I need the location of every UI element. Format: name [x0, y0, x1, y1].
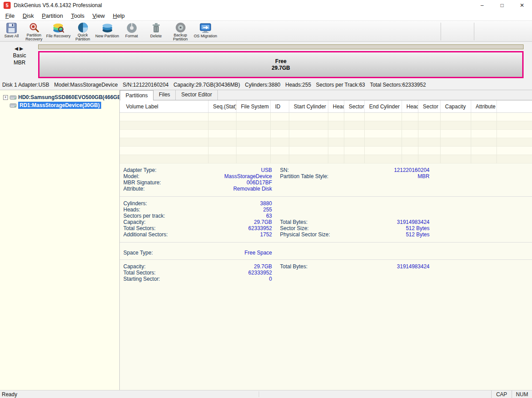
- detail-label: Cylinders:: [123, 200, 197, 207]
- column-header[interactable]: Attribute: [471, 100, 497, 112]
- detail-value: 0: [197, 276, 272, 282]
- tree-item-rd1[interactable]: RD1:MassStorageDevice(30GB): [0, 101, 119, 109]
- toolbar-button-label: Save All: [4, 34, 19, 38]
- menu-view[interactable]: View: [88, 12, 109, 20]
- table-row: [120, 138, 532, 147]
- detail-value: 006D17BF: [197, 179, 272, 186]
- detail-value: MBR: [366, 173, 430, 179]
- toolbar-button-label: New Partition: [95, 34, 119, 38]
- disk-info-total-sectors: Total Sectors:62333952: [370, 82, 426, 88]
- toolbar-button-label: File Recovery: [46, 34, 71, 38]
- status-bar: Ready CAP NUM: [0, 390, 532, 398]
- tab-partitions[interactable]: Partitions: [120, 90, 154, 100]
- toolbar-button-label: Quick Partition: [71, 33, 95, 41]
- disk-tree-panel: + HD0:SamsungSSD860EVO500GB(466GB RD1:Ma…: [0, 90, 120, 390]
- detail-value: 29.7GB: [197, 219, 272, 225]
- menu-file[interactable]: File: [1, 12, 19, 20]
- partition-style-label-mbr: MBR: [6, 60, 33, 66]
- os-migration-button[interactable]: OS Migration: [193, 22, 218, 41]
- detail-value: 63: [197, 213, 272, 219]
- column-header[interactable]: File System: [236, 100, 271, 112]
- quick-partition-icon: [77, 22, 89, 33]
- disk-info-line: Disk 1 Adapter:USB Model:MassStorageDevi…: [0, 80, 532, 90]
- file-recovery-button[interactable]: File Recovery: [46, 22, 71, 41]
- menu-tools[interactable]: Tools: [67, 12, 88, 20]
- save-all-button[interactable]: Save All: [1, 22, 22, 41]
- detail-value: MassStorageDevice: [197, 173, 272, 179]
- toolbar-button-label: Partition Recovery: [22, 33, 46, 41]
- free-space-size: 29.7GB: [272, 65, 290, 72]
- detail-label: Space Type:: [123, 250, 197, 256]
- detail-label: Sectors per track:: [123, 213, 197, 219]
- detail-label: Total Sectors:: [123, 270, 197, 276]
- menu-disk[interactable]: Disk: [19, 12, 38, 20]
- column-header[interactable]: End Cylinder: [365, 100, 402, 112]
- delete-button[interactable]: Delete: [144, 22, 168, 41]
- backup-partition-button[interactable]: Backup Partition: [168, 22, 193, 41]
- column-header[interactable]: Sector: [344, 100, 365, 112]
- menu-help[interactable]: Help: [109, 12, 129, 20]
- detail-value: 29.7GB: [197, 263, 272, 270]
- detail-label: MBR Signature:: [123, 179, 197, 186]
- disk-details: Adapter Type: USB SN: 121220160204 Model…: [120, 163, 532, 287]
- disk-info-adapter: Disk 1 Adapter:USB: [2, 82, 49, 88]
- minimize-button[interactable]: –: [472, 0, 492, 11]
- new-partition-icon: [102, 22, 113, 34]
- backup-partition-icon: [175, 22, 186, 33]
- format-icon: [126, 22, 138, 34]
- column-header[interactable]: ID: [271, 100, 289, 112]
- column-header[interactable]: Capacity: [441, 100, 471, 112]
- os-migration-icon: [199, 22, 212, 34]
- toolbar-button-label: Delete: [150, 34, 162, 38]
- column-header[interactable]: Head: [328, 100, 344, 112]
- app-logo-icon: 5: [4, 2, 11, 9]
- column-header-spacer: [497, 100, 532, 112]
- table-row: [120, 155, 532, 163]
- maximize-button[interactable]: □: [492, 0, 512, 11]
- detail-label: Sector Size:: [280, 225, 366, 231]
- column-header[interactable]: Volume Label: [120, 100, 209, 112]
- column-header[interactable]: Head: [402, 100, 418, 112]
- disk-overview: ◀▶ Basic MBR Free 29.7GB: [0, 42, 532, 80]
- menu-partition[interactable]: Partition: [38, 12, 67, 20]
- column-header[interactable]: Seq.(Stat): [209, 100, 236, 112]
- toolbar-button-label: OS Migration: [194, 34, 217, 38]
- quick-partition-button[interactable]: Quick Partition: [71, 22, 95, 41]
- detail-label: Heads:: [123, 207, 197, 213]
- expand-icon[interactable]: +: [3, 95, 8, 100]
- detail-label: Starting Sector:: [123, 276, 197, 282]
- column-header[interactable]: Sector: [418, 100, 441, 112]
- detail-value: 31914983424: [366, 263, 430, 270]
- format-button[interactable]: Format: [119, 22, 144, 41]
- window-controls: – □ ✕: [472, 0, 532, 11]
- detail-panel: Partitions Files Sector Editor Volume La…: [120, 90, 532, 390]
- detail-value: 1752: [197, 231, 272, 238]
- details-section-space-type: Space Type: Free Space: [120, 243, 532, 260]
- partition-recovery-button[interactable]: Partition Recovery: [22, 22, 46, 41]
- disk-map-strip[interactable]: [38, 44, 524, 49]
- detail-label: Total Bytes:: [280, 219, 366, 225]
- detail-label: Total Bytes:: [280, 263, 366, 270]
- detail-value: 62333952: [197, 225, 272, 231]
- disk-nav: ◀▶ Basic MBR: [6, 46, 33, 66]
- next-disk-icon[interactable]: ▶: [20, 46, 24, 51]
- detail-value: 121220160204: [366, 167, 430, 173]
- prev-disk-icon[interactable]: ◀: [15, 46, 20, 51]
- tree-item-label: HD0:SamsungSSD860EVO500GB(466GB: [18, 94, 119, 100]
- free-space-block[interactable]: Free 29.7GB: [38, 51, 524, 78]
- detail-value: Free Space: [197, 250, 272, 256]
- detail-value: Removable Disk: [197, 186, 272, 192]
- detail-value: 512 Bytes: [366, 225, 430, 231]
- details-section-geometry: Cylinders: 3880 Heads: 255 Sectors per t…: [120, 197, 532, 243]
- tree-item-label: RD1:MassStorageDevice(30GB): [18, 102, 101, 109]
- menu-bar: File Disk Partition Tools View Help: [0, 11, 532, 20]
- detail-label: Model:: [123, 173, 197, 179]
- column-header[interactable]: Start Cylinder: [289, 100, 328, 112]
- tab-files[interactable]: Files: [154, 90, 176, 100]
- detail-label: Adapter Type:: [123, 167, 197, 173]
- detail-label: Physical Sector Size:: [280, 231, 366, 238]
- new-partition-button[interactable]: New Partition: [95, 22, 119, 41]
- tab-sector-editor[interactable]: Sector Editor: [176, 90, 217, 100]
- close-button[interactable]: ✕: [512, 0, 532, 11]
- tree-item-hd0[interactable]: + HD0:SamsungSSD860EVO500GB(466GB: [0, 93, 119, 101]
